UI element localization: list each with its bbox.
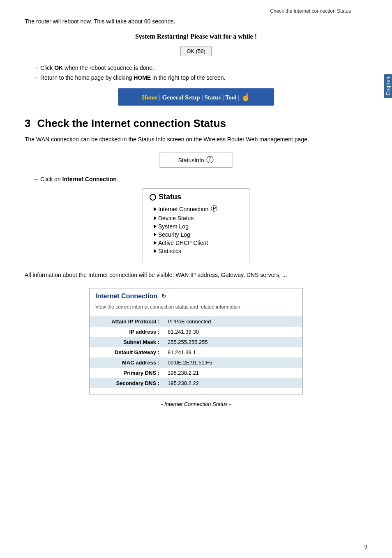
inet-box-subtitle: View the current internet connection sta… — [90, 302, 302, 314]
value-subnet-mask: 255.255.255.255 — [164, 337, 302, 347]
info-text: All information about the Internet conne… — [25, 270, 367, 279]
arrow-click-text: → Click on Internet Connection. — [33, 176, 367, 182]
table-row: Secondary DNS : 195.238.2.22 — [90, 378, 302, 388]
statusinfo-button[interactable]: StatusInfo Ⓣ — [159, 152, 233, 168]
label-primary-dns: Primary DNS : — [90, 368, 164, 378]
status-menu-item-system-log[interactable]: System Log — [154, 223, 242, 230]
click-cursor-icon: Ⓟ — [211, 205, 217, 213]
status-menu-list: Internet Connection Ⓟ Device Status Syst… — [150, 205, 242, 254]
table-row: Attain IP Protocol : PPPoE connected — [90, 316, 302, 327]
restart-message: System Restarting! Please wait for a whi… — [114, 33, 278, 40]
table-row: Default Gateway : 81.241.39.1 — [90, 347, 302, 357]
status-menu-item-statistics[interactable]: Statistics — [154, 248, 242, 254]
inet-connection-box: Internet Connection ↻ View the current i… — [89, 288, 303, 394]
status-menu: Status Internet Connection Ⓟ Device Stat… — [143, 188, 249, 262]
nav-separator-1: | General Setup | Status | Tool | — [159, 94, 239, 101]
triangle-icon — [154, 224, 157, 228]
value-attain-ip: PPPoE connected — [164, 316, 302, 327]
table-row: Subnet Mask : 255.255.255.255 — [90, 337, 302, 347]
table-row: Primary DNS : 195.238.2.21 — [90, 368, 302, 378]
inet-box-title: Internet Connection ↻ — [90, 288, 302, 302]
nav-home: Home — [142, 94, 157, 101]
hand-cursor-icon: ☝ — [241, 92, 250, 101]
label-secondary-dns: Secondary DNS : — [90, 378, 164, 388]
value-default-gateway: 81.241.39.1 — [164, 347, 302, 357]
status-menu-item-dhcp[interactable]: Active DHCP Client — [154, 240, 242, 246]
section-desc: The WAN connection can be checked in the… — [25, 135, 367, 144]
triangle-icon — [154, 233, 157, 237]
inet-caption: - Internet Connection Status - — [25, 401, 367, 407]
label-attain-ip: Attain IP Protocol : — [90, 316, 164, 327]
value-mac-address: 00:0E:2E:91:51:F5 — [164, 357, 302, 368]
label-mac-address: MAC address : — [90, 357, 164, 368]
english-tab: English — [384, 74, 392, 98]
arrow-list: Click OK when the reboot sequence is don… — [33, 65, 367, 81]
restart-box: System Restarting! Please wait for a whi… — [114, 33, 278, 56]
triangle-icon — [154, 249, 157, 253]
ok-button[interactable]: OK (56) — [180, 46, 212, 56]
refresh-icon[interactable]: ↻ — [161, 293, 166, 299]
status-menu-title: Status — [150, 193, 242, 201]
status-menu-item-security-log[interactable]: Security Log — [154, 231, 242, 238]
table-row: MAC address : 00:0E:2E:91:51:F5 — [90, 357, 302, 368]
section-heading-row: 3 Check the Internet connection Status — [25, 117, 367, 130]
arrow-item-2: Return to the home page by clicking HOME… — [33, 74, 367, 81]
status-menu-item-internet[interactable]: Internet Connection Ⓟ — [154, 205, 242, 213]
page-number: 9 — [364, 544, 367, 550]
value-ip-address: 81.241.39.30 — [164, 327, 302, 337]
status-menu-item-device[interactable]: Device Status — [154, 215, 242, 221]
page-container: Check the Internet connection Status Eng… — [0, 0, 392, 558]
page-top-header: Check the Internet connection Status — [25, 8, 367, 14]
inet-table: Attain IP Protocol : PPPoE connected IP … — [90, 316, 302, 388]
section-number: 3 — [25, 117, 30, 130]
label-subnet-mask: Subnet Mask : — [90, 337, 164, 347]
table-row: IP address : 81.241.39.30 — [90, 327, 302, 337]
label-ip-address: IP address : — [90, 327, 164, 337]
cursor-icon: Ⓣ — [206, 156, 214, 164]
status-circle-icon — [150, 194, 156, 201]
triangle-icon — [154, 216, 157, 220]
value-secondary-dns: 195.238.2.22 — [164, 378, 302, 388]
triangle-icon — [154, 207, 157, 211]
navbar-image: Home | General Setup | Status | Tool | ☝ — [118, 88, 274, 106]
label-default-gateway: Default Gateway : — [90, 347, 164, 357]
intro-text: The router will reboot now. This will ta… — [25, 18, 367, 25]
header-label: Check the Internet connection Status — [270, 8, 351, 14]
section-title: Check the Internet connection Status — [37, 117, 226, 130]
triangle-icon — [154, 241, 157, 245]
arrow-item-1: Click OK when the reboot sequence is don… — [33, 65, 367, 71]
value-primary-dns: 195.238.2.21 — [164, 368, 302, 378]
